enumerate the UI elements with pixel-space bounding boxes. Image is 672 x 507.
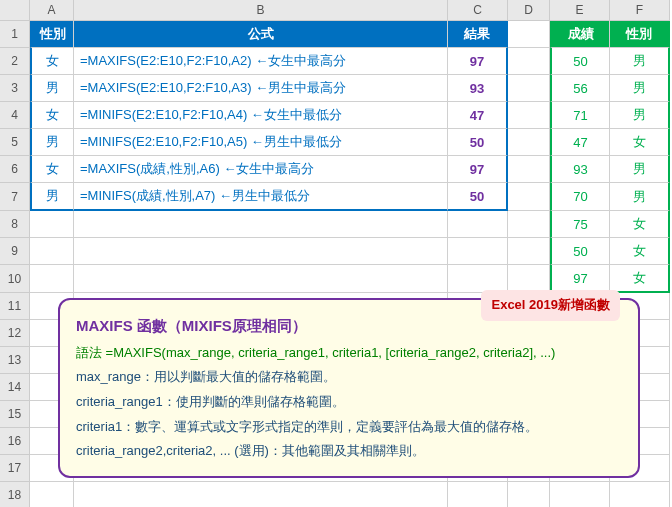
row-14[interactable]: 14 xyxy=(0,374,30,401)
hdr-gender2[interactable]: 性別 xyxy=(610,21,670,48)
hdr-formula[interactable]: 公式 xyxy=(74,21,448,48)
cell-E4[interactable]: 71 xyxy=(550,102,610,129)
cell-E2[interactable]: 50 xyxy=(550,48,610,75)
row-1[interactable]: 1 xyxy=(0,21,30,48)
cell-C8[interactable] xyxy=(448,211,508,238)
row-4[interactable]: 4 xyxy=(0,102,30,129)
cell-B3[interactable]: =MAXIFS(E2:E10,F2:F10,A3) ←男生中最高分 xyxy=(74,75,448,102)
cell-D2[interactable] xyxy=(508,48,550,75)
cell-B8[interactable] xyxy=(74,211,448,238)
cell-E5[interactable]: 47 xyxy=(550,129,610,156)
cell-F5[interactable]: 女 xyxy=(610,129,670,156)
row-2[interactable]: 2 xyxy=(0,48,30,75)
info-syntax: 語法 =MAXIFS(max_range, criteria_range1, c… xyxy=(76,341,622,366)
col-E[interactable]: E xyxy=(550,0,610,21)
col-C[interactable]: C xyxy=(448,0,508,21)
new-badge: Excel 2019新增函數 xyxy=(481,290,620,321)
row-12[interactable]: 12 xyxy=(0,320,30,347)
cell-E3[interactable]: 56 xyxy=(550,75,610,102)
cell-F9[interactable]: 女 xyxy=(610,238,670,265)
info-line1: max_range：用以判斷最大值的儲存格範圍。 xyxy=(76,365,622,390)
cell-E8[interactable]: 75 xyxy=(550,211,610,238)
cell-A4[interactable]: 女 xyxy=(30,102,74,129)
row-9[interactable]: 9 xyxy=(0,238,30,265)
cell-D5[interactable] xyxy=(508,129,550,156)
row-17[interactable]: 17 xyxy=(0,455,30,482)
info-line3: criteria1：數字、運算式或文字形式指定的準則，定義要評估為最大值的儲存格… xyxy=(76,415,622,440)
row-5[interactable]: 5 xyxy=(0,129,30,156)
cell-E6[interactable]: 93 xyxy=(550,156,610,183)
cell-F4[interactable]: 男 xyxy=(610,102,670,129)
cell-B2[interactable]: =MAXIFS(E2:E10,F2:F10,A2) ←女生中最高分 xyxy=(74,48,448,75)
cell-A6[interactable]: 女 xyxy=(30,156,74,183)
cell-D9[interactable] xyxy=(508,238,550,265)
col-B[interactable]: B xyxy=(74,0,448,21)
hdr-result[interactable]: 結果 xyxy=(448,21,508,48)
cell-F8[interactable]: 女 xyxy=(610,211,670,238)
cell-E7[interactable]: 70 xyxy=(550,183,610,211)
cell-C5[interactable]: 50 xyxy=(448,129,508,156)
cell-B10[interactable] xyxy=(74,265,448,293)
cell-A5[interactable]: 男 xyxy=(30,129,74,156)
hdr-gender[interactable]: 性別 xyxy=(30,21,74,48)
cell-D6[interactable] xyxy=(508,156,550,183)
col-F[interactable]: F xyxy=(610,0,670,21)
cell-A3[interactable]: 男 xyxy=(30,75,74,102)
cell-B9[interactable] xyxy=(74,238,448,265)
cell-C2[interactable]: 97 xyxy=(448,48,508,75)
cell-D10[interactable] xyxy=(508,265,550,293)
cell-E10[interactable]: 97 xyxy=(550,265,610,293)
cell-E9[interactable]: 50 xyxy=(550,238,610,265)
row-18[interactable]: 18 xyxy=(0,482,30,507)
cell-C6[interactable]: 97 xyxy=(448,156,508,183)
row-3[interactable]: 3 xyxy=(0,75,30,102)
cell-D4[interactable] xyxy=(508,102,550,129)
cell-F7[interactable]: 男 xyxy=(610,183,670,211)
row-8[interactable]: 8 xyxy=(0,211,30,238)
cell-A8[interactable] xyxy=(30,211,74,238)
cell-D7[interactable] xyxy=(508,183,550,211)
cell-F3[interactable]: 男 xyxy=(610,75,670,102)
cell-C4[interactable]: 47 xyxy=(448,102,508,129)
cell-B7[interactable]: =MINIFS(成績,性別,A7) ←男生中最低分 xyxy=(74,183,448,211)
hdr-score[interactable]: 成績 xyxy=(550,21,610,48)
cell-C3[interactable]: 93 xyxy=(448,75,508,102)
cell-D3[interactable] xyxy=(508,75,550,102)
row-16[interactable]: 16 xyxy=(0,428,30,455)
info-line2: criteria_range1：使用判斷的準則儲存格範圍。 xyxy=(76,390,622,415)
cell-B5[interactable]: =MINIFS(E2:E10,F2:F10,A5) ←男生中最低分 xyxy=(74,129,448,156)
cell-C7[interactable]: 50 xyxy=(448,183,508,211)
cell-F10[interactable]: 女 xyxy=(610,265,670,293)
cell-C9[interactable] xyxy=(448,238,508,265)
col-D[interactable]: D xyxy=(508,0,550,21)
col-A[interactable]: A xyxy=(30,0,74,21)
corner[interactable] xyxy=(0,0,30,21)
cell-A2[interactable]: 女 xyxy=(30,48,74,75)
cell-F6[interactable]: 男 xyxy=(610,156,670,183)
row-10[interactable]: 10 xyxy=(0,265,30,293)
cell-A7[interactable]: 男 xyxy=(30,183,74,211)
row-7[interactable]: 7 xyxy=(0,183,30,211)
cell-B6[interactable]: =MAXIFS(成績,性別,A6) ←女生中最高分 xyxy=(74,156,448,183)
row-15[interactable]: 15 xyxy=(0,401,30,428)
cell-A10[interactable] xyxy=(30,265,74,293)
cell-C10[interactable] xyxy=(448,265,508,293)
info-callout: Excel 2019新增函數 MAXIFS 函數（MIXIFS原理相同） 語法 … xyxy=(58,298,640,478)
cell-B4[interactable]: =MINIFS(E2:E10,F2:F10,A4) ←女生中最低分 xyxy=(74,102,448,129)
row-11[interactable]: 11 xyxy=(0,293,30,320)
info-line4: criteria_range2,criteria2, ... (選用)：其他範圍… xyxy=(76,439,622,464)
row-13[interactable]: 13 xyxy=(0,347,30,374)
cell-D1[interactable] xyxy=(508,21,550,48)
cell-D8[interactable] xyxy=(508,211,550,238)
cell-F2[interactable]: 男 xyxy=(610,48,670,75)
row-6[interactable]: 6 xyxy=(0,156,30,183)
cell-A9[interactable] xyxy=(30,238,74,265)
